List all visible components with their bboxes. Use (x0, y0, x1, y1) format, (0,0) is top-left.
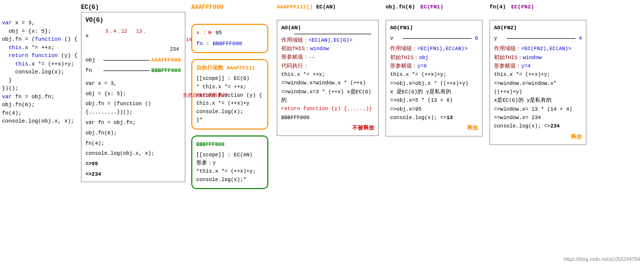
ecfn1-ao-row: v 6 (390, 34, 478, 43)
ecg-row-fn: fn BBBFFF000 (85, 66, 181, 75)
ecfn1-detail-8: =>obj.x=95 (390, 105, 478, 114)
aaafff-x-row: x : 5 95 (196, 29, 263, 38)
ecg-subcode-4: var fn = obj.fn; (85, 119, 181, 127)
ecan-detail-7: =>window.x=3 * (++x) x是EC(G)的 (281, 88, 374, 105)
ecan-detail-9: BBBFFF000 (281, 114, 374, 122)
aaafff-x-value: 95 (215, 29, 222, 38)
ecg-subcode-3: obj.fn = (function () {.........})(); 先把… (85, 100, 181, 117)
url-watermark: https://blog.csdn.net/a1056244784 (564, 257, 640, 262)
ecg-value-obj: AAAFFF000 (152, 56, 181, 65)
main-container: var x = 3, obj = {x: 5}; obj.fn = (funct… (0, 0, 644, 193)
ecan-ao-line (294, 34, 371, 34)
ecfn2-column: fn(4) EC(FN2) AO(FN2) y 4 作用域链：<EC(FN2),… (489, 4, 591, 145)
ecan-detail-8: return function (y) {......)} (281, 105, 374, 113)
ecfn1-detail-2: 初始THIS：obj (390, 54, 478, 62)
ecfn1-title: EC(FN1) (420, 4, 443, 10)
code-line-4: this.x *= ++x; (2, 44, 79, 52)
ecan-detail-1: 作用域链：<EC(AN),EC(G)> (281, 36, 374, 45)
ecfn2-header: fn(4) EC(FN2) (489, 4, 591, 10)
ecfn2-ao-row: y 4 (494, 34, 582, 43)
code-line-6: this.x *= (++x)+y; (2, 60, 79, 68)
code-line-10: var fn = obj.fn; (2, 93, 79, 101)
self-exec-title: 自执行函数 AAAFFF111 (196, 64, 263, 72)
ecfn2-detail-6: x是EC(G)的 y是私有的 (494, 96, 582, 105)
ecg-value-fn: BBBFFF000 (152, 66, 181, 75)
aaafff-x-strikethrough: 5 (208, 29, 212, 38)
bbbfff-line-1: [[scope]] : EC(AN) (196, 151, 263, 159)
ecfn1-detail-4: this.x *= (++x)+y; (390, 70, 478, 79)
ecg-vo-title: VO(G) (85, 15, 181, 25)
code-line-5: return function (y) { (2, 52, 79, 60)
ecfn1-ao-var: v (390, 34, 400, 43)
ecfn2-ao-var: y (494, 34, 504, 43)
ecg-subcode-6: fn(4); (85, 139, 181, 148)
ecan-box: AO(AN) 作用域链：<EC(AN),EC(G)> 初始THIS：window… (277, 20, 379, 136)
ecg-column: EC(G) VO(G) x 3，4，12 13， 14 234 obj AAAF… (81, 4, 189, 182)
ecan-detail-3: 形参赋值：-- (281, 53, 374, 62)
ecan-column: AAAFFF111() EC(AN) AO(AN) 作用域链：<EC(AN),E… (277, 4, 384, 136)
ecg-header: EC(G) (81, 4, 189, 11)
code-line-7: console.log(x); (2, 68, 79, 76)
ecan-detail-4: 代码执行： (281, 62, 374, 70)
ecfn2-release: 释放 (494, 133, 582, 141)
code-line-8: } (2, 76, 79, 85)
ecg-value-x: 3，4，12 13， 14 (105, 27, 192, 44)
code-line-11: obj.fn(6); (2, 101, 79, 109)
ecfn1-box: AO(FN1) v 6 作用域链：<EC(FN1),EC(AN)> 初始THIS… (386, 20, 483, 136)
ecfn2-detail-5: =>window.x=window.x*((++x)+y) (494, 79, 582, 97)
ecan-detail-6: =>window.x=window.x * (++x) (281, 79, 374, 87)
ecfn2-detail-3: 形参赋值：y=4 (494, 62, 582, 70)
ecg-subcode-7: console.log(obj.x, x); (85, 149, 181, 158)
ecfn1-detail-7: =>obj.x=5 * (13 + 6) (390, 96, 478, 105)
ecfn2-detail-9: console.log(x); =>234 (494, 122, 582, 131)
ecg-result-1: =>95 (85, 160, 181, 168)
ecg-sub-code: var x = 3, obj = {x: 5}; obj.fn = (funct… (85, 79, 181, 179)
ecfn1-detail-9: console.log(x); =>13 (390, 114, 478, 122)
ecg-label-fn: fn (85, 66, 101, 75)
source-code: var x = 3, obj = {x: 5}; obj.fn = (funct… (2, 4, 79, 126)
code-line-9: })(); (2, 84, 79, 93)
ecfn1-call: obj.fn(6) (386, 4, 415, 10)
ecg-subcode-2: obj = {x: 5}; (85, 90, 181, 98)
ecfn2-box: AO(FN2) y 4 作用域链：<EC(FN2),EC(AN)> 初始THIS… (489, 20, 586, 145)
ecfn1-ao-val: 6 (475, 34, 478, 43)
ecan-ao-row (281, 34, 374, 34)
self-exec-line-5: console.log(x); (196, 108, 263, 116)
code-line-1: var x = 3, (2, 19, 79, 27)
ecg-label-obj: obj (85, 56, 101, 65)
ecfn1-release: 释放 (390, 124, 478, 132)
bbbfff-title: BBBFFF000 (196, 140, 263, 149)
ecg-label-x: x (85, 31, 101, 41)
ecg-row-obj: obj AAAFFF000 (85, 56, 181, 65)
ecan-title: EC(AN) (316, 4, 336, 10)
ecfn2-call: fn(4) (489, 4, 506, 10)
ecan-details: 作用域链：<EC(AN),EC(G)> 初始THIS：window 形参赋值：-… (281, 36, 374, 132)
self-exec-line-6: }" (196, 116, 263, 125)
self-exec-line-4: this.x *= (++x)+y (196, 99, 263, 108)
ecan-ao-title: AO(AN) (281, 23, 374, 33)
aaafff-fn-row: fn : BBBFFF000 (196, 40, 263, 49)
ecfn2-ao-title: AO(FN2) (494, 23, 582, 33)
ecfn2-details: 作用域链：<EC(FN2),EC(AN)> 初始THIS：window 形参赋值… (494, 45, 582, 141)
ecfn1-header: obj.fn(6) EC(FN1) (386, 4, 487, 10)
ecfn2-ao-val: 4 (578, 34, 582, 43)
ecfn2-detail-1: 作用域链：<EC(FN2),EC(AN)> (494, 45, 582, 53)
code-line-12: fn(4); (2, 109, 79, 118)
ecg-subcode-1: var x = 3, (85, 79, 181, 88)
ecfn2-detail-4: this.x *= (++x)+y; (494, 70, 582, 79)
ecg-result-2: =>234 (85, 170, 181, 179)
ecan-header: AAAFFF111() EC(AN) (277, 4, 384, 10)
ecfn2-title: EC(FN2) (511, 4, 534, 10)
code-line-13: console.log(obj.x, x); (2, 117, 79, 126)
ecfn2-detail-2: 初始THIS：window (494, 54, 582, 62)
ecfn1-detail-6: x 是EC(G)的 y是私有的 (390, 88, 478, 96)
note-first-exec: 先把自执行函数执行 (183, 92, 228, 100)
ecfn1-detail-5: =>obj.x=obj.x * ((++x)+y) (390, 79, 478, 88)
ecfn1-ao-title: AO(FN1) (390, 23, 478, 33)
aaafff-box: x : 5 95 fn : BBBFFF000 (191, 24, 268, 53)
bbbfff-line-4: console.log(x);" (196, 176, 263, 184)
bbbfff-line-3: *this.x *= (++x)+y; (196, 167, 263, 176)
code-line-2: obj = {x: 5}; (2, 27, 79, 36)
aaafff-x-label: x : (196, 29, 206, 38)
ecfn2-detail-8: =>window.x= 234 (494, 114, 582, 122)
